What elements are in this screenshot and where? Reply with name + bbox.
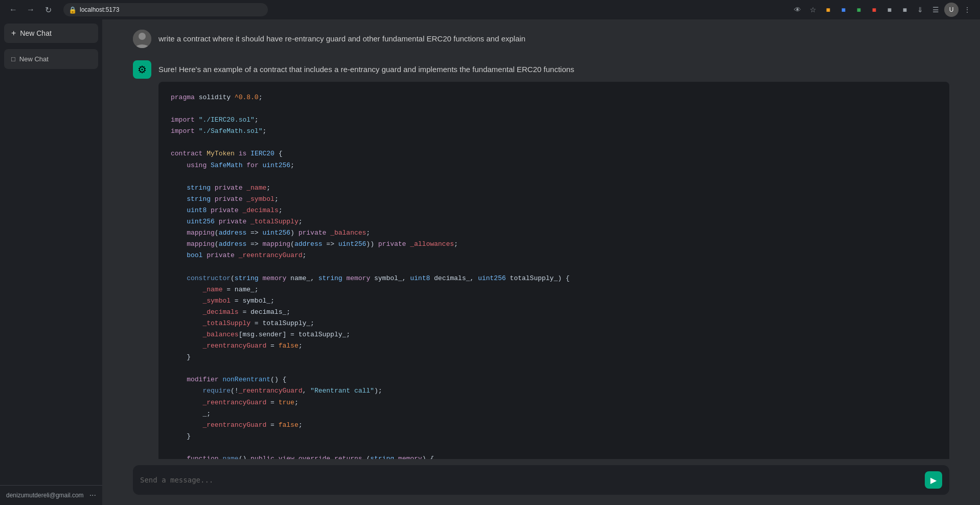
plus-icon: + — [11, 29, 16, 38]
chat-area: write a contract where it should have re… — [102, 19, 980, 459]
chat-list: □ New Chat ✎ 🗑 — [0, 47, 102, 485]
user-email: denizumutdereli@gmail.com — [6, 492, 85, 499]
main-layout: + New Chat □ New Chat ✎ 🗑 denizumutderel… — [0, 19, 980, 505]
new-chat-button[interactable]: + New Chat — [4, 24, 98, 43]
sidebar-footer: denizumutdereli@gmail.com ··· — [0, 485, 102, 505]
user-avatar — [133, 30, 151, 48]
lock-icon: 🔒 — [69, 6, 77, 14]
user-message-text: write a contract where it should have re… — [158, 30, 949, 45]
code-block: pragma solidity ^0.8.0; import "./IERC20… — [158, 82, 949, 459]
edit-icon[interactable]: ✎ — [73, 54, 80, 64]
browser-actions: 👁 ☆ ■ ■ ■ ■ ■ ■ ⇓ ☰ U ⋮ — [791, 3, 974, 17]
ai-message-body: Sure! Here's an example of a contract th… — [158, 60, 949, 459]
extension1-icon[interactable]: ■ — [822, 3, 835, 16]
reload-button[interactable]: ↻ — [41, 3, 55, 17]
extension6-icon[interactable]: ■ — [898, 3, 911, 16]
eye-icon[interactable]: 👁 — [791, 3, 804, 16]
delete-icon[interactable]: 🗑 — [82, 54, 91, 64]
browser-bar: ← → ↻ 🔒 localhost:5173 👁 ☆ ■ ■ ■ ■ ■ ■ ⇓… — [0, 0, 980, 19]
forward-button[interactable]: → — [24, 3, 38, 17]
chat-icon: □ — [11, 55, 15, 63]
sidebar-header: + New Chat — [0, 19, 102, 47]
svg-point-1 — [139, 33, 146, 40]
chat-item[interactable]: □ New Chat ✎ 🗑 — [4, 49, 98, 69]
main-content: write a contract where it should have re… — [102, 19, 980, 505]
back-button[interactable]: ← — [6, 3, 20, 17]
sidebar: + New Chat □ New Chat ✎ 🗑 denizumutderel… — [0, 19, 102, 505]
send-button[interactable]: ▶ — [925, 471, 942, 489]
new-chat-label: New Chat — [20, 29, 51, 37]
profile-icon[interactable]: U — [944, 3, 959, 17]
user-message: write a contract where it should have re… — [133, 30, 949, 48]
ai-icon: ⚙ — [138, 63, 147, 76]
extension3-icon[interactable]: ■ — [852, 3, 865, 16]
browser-navigation: ← → ↻ — [6, 3, 55, 17]
download-icon[interactable]: ⇓ — [914, 3, 927, 16]
message-input[interactable] — [140, 476, 920, 484]
star-icon[interactable]: ☆ — [806, 3, 819, 16]
menu-icon[interactable]: ⋮ — [961, 3, 974, 16]
extension5-icon[interactable]: ■ — [883, 3, 896, 16]
footer-menu-button[interactable]: ··· — [89, 491, 96, 500]
send-icon: ▶ — [930, 475, 937, 485]
sidebar-toggle-icon[interactable]: ☰ — [929, 3, 942, 16]
input-area: ▶ — [102, 459, 980, 505]
ai-avatar: ⚙ — [133, 60, 151, 79]
extension2-icon[interactable]: ■ — [837, 3, 850, 16]
ai-message-intro: Sure! Here's an example of a contract th… — [158, 65, 574, 74]
extension4-icon[interactable]: ■ — [868, 3, 881, 16]
address-bar[interactable]: 🔒 localhost:5173 — [63, 3, 268, 16]
chat-item-label: New Chat — [19, 55, 69, 63]
ai-message: ⚙ Sure! Here's an example of a contract … — [133, 60, 949, 459]
url-text: localhost:5173 — [80, 6, 119, 13]
input-container: ▶ — [133, 465, 949, 495]
